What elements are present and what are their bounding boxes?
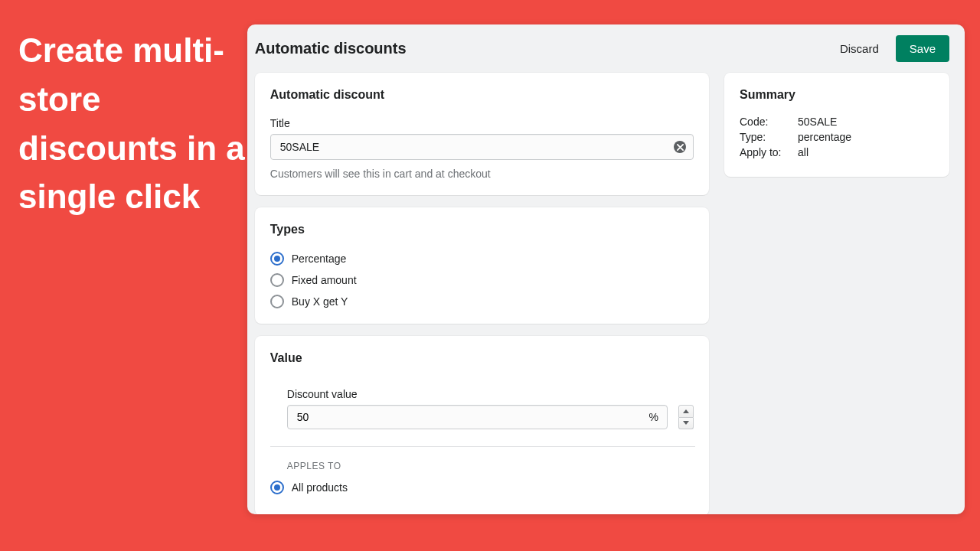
- value-stepper: [678, 405, 694, 429]
- app-panel: Automatic discounts Discard Save Automat…: [247, 24, 965, 514]
- title-input[interactable]: [270, 134, 694, 160]
- type-option-label: Percentage: [292, 253, 347, 265]
- page-header: Automatic discounts Discard Save: [247, 24, 965, 73]
- radio-icon: [270, 252, 284, 266]
- value-divider: [270, 446, 695, 447]
- summary-value: 50SALE: [798, 116, 837, 128]
- discount-value-input[interactable]: [287, 405, 668, 429]
- type-option-label: Buy X get Y: [292, 295, 348, 308]
- type-option-label: Fixed amount: [292, 274, 357, 286]
- stepper-down-button[interactable]: [678, 418, 694, 430]
- discount-value-label: Discount value: [287, 388, 694, 400]
- summary-value: all: [798, 146, 808, 158]
- discard-button[interactable]: Discard: [837, 36, 882, 61]
- type-option-percentage[interactable]: Percentage: [270, 252, 694, 266]
- summary-row-type: Type: percentage: [740, 131, 934, 143]
- applies-option-label: All products: [292, 481, 348, 494]
- save-button[interactable]: Save: [896, 35, 949, 62]
- type-option-fixed[interactable]: Fixed amount: [270, 273, 694, 287]
- applies-option-all[interactable]: All products: [270, 481, 694, 494]
- applies-to-label: APPLES TO: [287, 461, 694, 471]
- stepper-up-button[interactable]: [678, 405, 694, 418]
- radio-icon: [270, 481, 284, 494]
- radio-icon: [270, 295, 284, 308]
- summary-title: Summary: [740, 88, 934, 102]
- types-card: Types Percentage Fixed amount Buy X get …: [255, 207, 709, 324]
- types-card-title: Types: [270, 223, 694, 236]
- title-label: Title: [270, 117, 694, 129]
- summary-row-apply: Apply to: all: [740, 146, 934, 158]
- radio-icon: [270, 273, 284, 287]
- value-card: Value Discount value %: [255, 336, 709, 514]
- summary-label: Apply to:: [740, 146, 789, 158]
- summary-label: Code:: [740, 116, 789, 128]
- type-option-buyx[interactable]: Buy X get Y: [270, 295, 694, 308]
- header-actions: Discard Save: [837, 35, 949, 62]
- page-title: Automatic discounts: [255, 40, 407, 57]
- title-help-text: Customers will see this in cart and at c…: [270, 168, 694, 180]
- summary-label: Type:: [740, 131, 789, 143]
- discount-value-unit: %: [649, 411, 658, 423]
- discount-card-title: Automatic discount: [270, 88, 694, 102]
- summary-card: Summary Code: 50SALE Type: percentage Ap…: [724, 73, 949, 177]
- discount-card: Automatic discount Title Customers will …: [255, 73, 709, 195]
- value-card-title: Value: [270, 351, 694, 365]
- clear-title-icon[interactable]: [674, 141, 686, 153]
- summary-value: percentage: [798, 131, 851, 143]
- hero-headline: Create multi-store discounts in a single…: [0, 0, 247, 551]
- summary-row-code: Code: 50SALE: [740, 116, 934, 128]
